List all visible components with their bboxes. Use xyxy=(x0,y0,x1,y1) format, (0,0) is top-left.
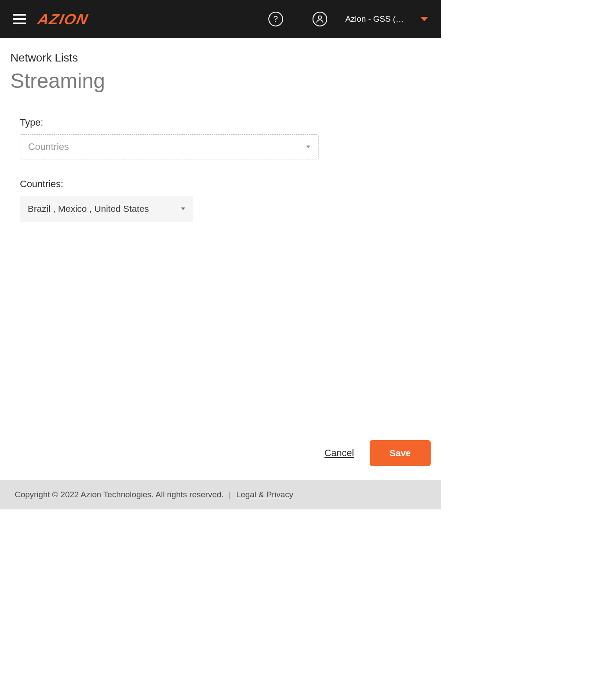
save-button[interactable]: Save xyxy=(370,440,431,466)
footer-divider: | xyxy=(229,490,231,499)
account-switcher-label[interactable]: Azion - GSS (… xyxy=(345,14,404,24)
chevron-down-icon[interactable] xyxy=(420,17,428,21)
countries-select-value: Brazil , Mexico , United States xyxy=(28,204,149,214)
hamburger-menu-icon[interactable] xyxy=(13,14,26,24)
legal-privacy-link[interactable]: Legal & Privacy xyxy=(236,490,293,499)
help-glyph: ? xyxy=(274,14,278,24)
help-icon[interactable]: ? xyxy=(268,12,283,26)
cancel-button[interactable]: Cancel xyxy=(324,447,354,459)
type-select-value: Countries xyxy=(28,141,69,152)
chevron-down-icon xyxy=(306,146,310,148)
countries-label: Countries: xyxy=(20,178,421,190)
page-title: Streaming xyxy=(10,69,431,93)
title-block: Network Lists Streaming xyxy=(0,38,441,108)
form-area: Type: Countries Countries: Brazil , Mexi… xyxy=(0,108,441,436)
breadcrumb[interactable]: Network Lists xyxy=(10,51,431,65)
countries-select[interactable]: Brazil , Mexico , United States xyxy=(20,196,193,222)
copyright-text: Copyright © 2022 Azion Technologies. All… xyxy=(15,490,224,499)
top-bar: AZION ? Azion - GSS (… xyxy=(0,0,441,38)
type-label: Type: xyxy=(20,117,421,128)
type-select[interactable]: Countries xyxy=(20,134,319,159)
footer: Copyright © 2022 Azion Technologies. All… xyxy=(0,480,441,509)
chevron-down-icon xyxy=(181,207,185,210)
avatar-icon[interactable] xyxy=(313,12,327,26)
logo[interactable]: AZION xyxy=(36,11,90,28)
action-bar: Cancel Save xyxy=(0,436,441,480)
svg-point-0 xyxy=(318,16,321,19)
